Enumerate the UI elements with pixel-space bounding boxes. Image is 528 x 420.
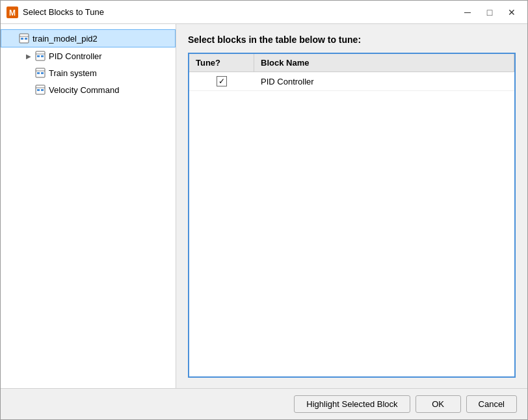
- title-bar: M Select Blocks to Tune ─ □ ✕: [1, 1, 527, 24]
- tree-item-pid[interactable]: ▶ PID Controller: [14, 47, 176, 64]
- window-title: Select Blocks to Tune: [23, 7, 457, 17]
- tune-header: Tune?: [189, 54, 254, 72]
- velocity-label: Velocity Command: [49, 85, 119, 95]
- svg-rect-17: [41, 89, 44, 91]
- svg-rect-16: [37, 89, 40, 91]
- content-area: train_model_pid2 ▶: [1, 24, 527, 388]
- root-block-icon: [18, 33, 30, 44]
- velocity-block-icon: [34, 84, 46, 96]
- instruction-text: Select blocks in the table below to tune…: [188, 34, 516, 45]
- pid-expand-arrow: ▶: [24, 51, 33, 60]
- root-label: train_model_pid2: [33, 34, 98, 44]
- left-panel: train_model_pid2 ▶: [1, 24, 176, 388]
- tree-item-train[interactable]: Train system: [14, 64, 176, 81]
- minimize-button[interactable]: ─: [457, 5, 478, 20]
- maximize-button[interactable]: □: [479, 5, 500, 20]
- pid-label: PID Controller: [49, 51, 102, 61]
- svg-rect-12: [37, 72, 40, 74]
- table-header: Tune? Block Name: [189, 54, 514, 72]
- svg-rect-13: [41, 72, 44, 74]
- root-expand-arrow: [8, 34, 17, 43]
- ok-button[interactable]: OK: [416, 395, 461, 413]
- pid-block-icon: [34, 50, 46, 62]
- svg-rect-8: [37, 55, 40, 57]
- svg-text:M: M: [9, 8, 16, 18]
- tree-view: train_model_pid2 ▶: [1, 29, 176, 98]
- velocity-expand-arrow: [24, 85, 33, 94]
- svg-rect-5: [25, 38, 27, 40]
- right-panel: Select blocks in the table below to tune…: [176, 24, 527, 388]
- bottom-bar: Highlight Selected Block OK Cancel: [1, 388, 527, 419]
- close-button[interactable]: ✕: [501, 5, 522, 20]
- tree-item-root[interactable]: train_model_pid2: [1, 29, 176, 47]
- train-expand-arrow: [24, 68, 33, 77]
- tree-item-velocity[interactable]: Velocity Command: [14, 81, 176, 98]
- tune-checkbox[interactable]: [217, 76, 227, 86]
- table-row[interactable]: PID Controller: [189, 72, 514, 91]
- tune-cell[interactable]: [189, 72, 254, 90]
- train-block-icon: [34, 67, 46, 79]
- train-label: Train system: [49, 68, 97, 78]
- window-controls: ─ □ ✕: [457, 5, 522, 20]
- highlight-button[interactable]: Highlight Selected Block: [294, 395, 410, 413]
- svg-rect-9: [41, 55, 44, 57]
- blockname-header: Block Name: [254, 54, 514, 72]
- app-icon: M: [6, 6, 19, 19]
- blockname-cell: PID Controller: [254, 73, 514, 90]
- cancel-button[interactable]: Cancel: [466, 395, 517, 413]
- svg-rect-4: [21, 38, 23, 40]
- table-body: PID Controller: [189, 72, 514, 376]
- tree-children: ▶ PID Controller: [1, 47, 176, 98]
- blocks-table: Tune? Block Name PID Controller: [188, 53, 516, 378]
- main-window: M Select Blocks to Tune ─ □ ✕: [0, 0, 528, 420]
